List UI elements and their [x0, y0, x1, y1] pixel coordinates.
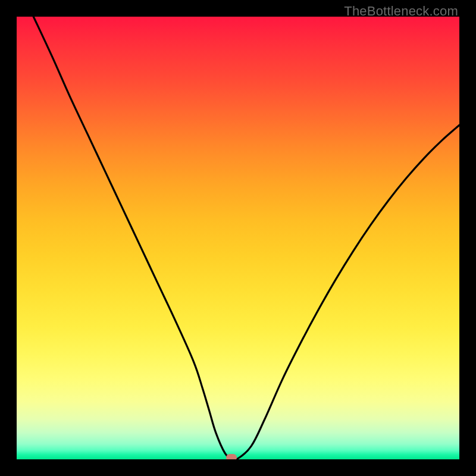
bottleneck-curve — [17, 17, 459, 459]
chart-frame: TheBottleneck.com — [0, 0, 476, 476]
attribution-text: TheBottleneck.com — [344, 4, 458, 19]
minimum-marker — [226, 454, 237, 459]
plot-area — [17, 17, 459, 459]
